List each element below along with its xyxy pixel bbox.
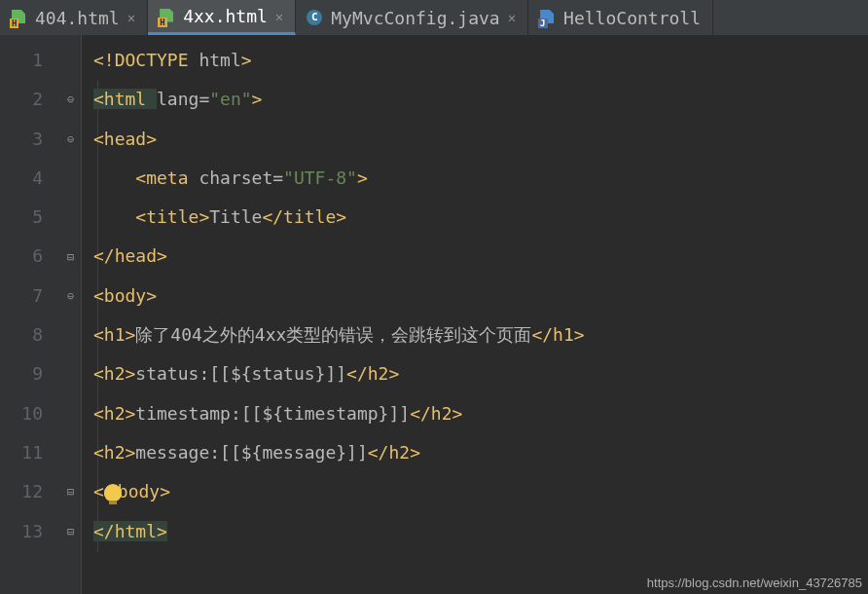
fold-marker[interactable] [60, 316, 81, 354]
close-icon[interactable]: ✕ [127, 10, 135, 25]
fold-marker[interactable] [60, 159, 81, 198]
fold-marker[interactable]: ⊖ [60, 120, 81, 159]
fold-marker[interactable] [60, 41, 81, 80]
fold-marker[interactable]: ⊟ [60, 512, 81, 551]
watermark: https://blog.csdn.net/weixin_43726785 [647, 575, 862, 590]
tab-label: HelloControll [563, 8, 701, 28]
line-number: 12 [10, 472, 43, 511]
code-line: </html> [93, 512, 868, 551]
fold-marker[interactable]: ⊖ [60, 80, 81, 119]
java-class-icon [306, 10, 323, 25]
fold-marker[interactable]: ⊟ [60, 472, 81, 511]
fold-marker[interactable] [60, 433, 81, 472]
code-line: <head> [93, 120, 868, 159]
line-number-gutter: 12345678910111213 [0, 35, 60, 594]
code-line: <title>Title</title> [93, 198, 868, 237]
code-editor[interactable]: 12345678910111213 ⊖⊖⊟⊖⊟⊟ <!DOCTYPE html>… [0, 35, 868, 594]
line-number: 3 [10, 120, 43, 159]
line-number: 1 [10, 41, 43, 80]
line-number: 4 [10, 159, 43, 198]
line-number: 8 [10, 316, 43, 354]
line-number: 6 [10, 237, 43, 276]
line-number: 10 [10, 394, 43, 433]
line-number: 7 [10, 277, 43, 316]
code-line: <h2>message:[[${message}]]</h2> [93, 433, 868, 472]
tab-mymvcconfig[interactable]: MyMvcConfig.java ✕ [296, 0, 528, 35]
code-line: <meta charset="UTF-8"> [93, 159, 868, 198]
code-line: <!DOCTYPE html> [93, 41, 868, 80]
code-area[interactable]: <!DOCTYPE html> <html lang="en"> <head> … [82, 35, 868, 594]
line-number: 9 [10, 354, 43, 393]
tab-hellocontroller[interactable]: HelloControll [528, 0, 713, 35]
code-line: <body> [93, 472, 868, 511]
java-file-icon [538, 10, 556, 25]
code-line: <body> [93, 277, 868, 316]
code-line: <h2>timestamp:[[${timestamp}]]</h2> [93, 394, 868, 433]
line-number: 13 [10, 512, 43, 551]
code-line: <h2>status:[[${status}]]</h2> [93, 354, 868, 393]
editor-tabs: 404.html ✕ 4xx.html ✕ MyMvcConfig.java ✕… [0, 0, 868, 35]
code-line: <h1>除了404之外的4xx类型的错误，会跳转到这个页面</h1> [93, 316, 868, 354]
tab-label: 4xx.html [183, 6, 268, 26]
code-line: <html lang="en"> [93, 80, 868, 119]
html-file-icon [10, 10, 27, 25]
line-number: 11 [10, 433, 43, 472]
fold-marker[interactable]: ⊖ [60, 277, 81, 316]
fold-marker[interactable]: ⊟ [60, 237, 81, 276]
close-icon[interactable]: ✕ [275, 9, 283, 24]
intention-bulb-icon[interactable] [104, 484, 122, 501]
tab-404-html[interactable]: 404.html ✕ [0, 0, 148, 35]
line-number: 5 [10, 198, 43, 237]
fold-marker[interactable] [60, 394, 81, 433]
html-file-icon [158, 9, 175, 24]
close-icon[interactable]: ✕ [508, 10, 516, 25]
line-number: 2 [10, 80, 43, 119]
tab-label: MyMvcConfig.java [331, 8, 499, 28]
code-line: </head> [93, 237, 868, 276]
tab-label: 404.html [35, 8, 120, 28]
fold-marker[interactable] [60, 354, 81, 393]
fold-gutter[interactable]: ⊖⊖⊟⊖⊟⊟ [60, 35, 82, 594]
tab-4xx-html[interactable]: 4xx.html ✕ [148, 0, 296, 35]
fold-marker[interactable] [60, 198, 81, 237]
